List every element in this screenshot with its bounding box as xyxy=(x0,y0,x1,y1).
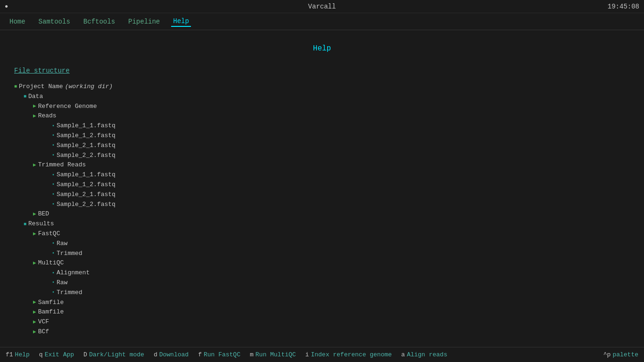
data-label: Data xyxy=(28,92,43,102)
leaf-dot-icon: • xyxy=(52,123,55,130)
leaf-dot-icon: • xyxy=(52,142,55,149)
trimmed-file-3: Sample_2_1.fastq xyxy=(57,190,116,200)
results-branch: ■ Results ▶ FastQC • Raw • Trimmed xyxy=(14,219,630,337)
status-run-fastqc: f Run FastQC xyxy=(198,351,240,358)
multiqc-raw-label: Raw xyxy=(57,278,67,288)
list-item: • Sample_2_1.fastq xyxy=(52,190,630,200)
reads-file-4: Sample_2_2.fastq xyxy=(57,151,116,161)
reads-node: ▶ Reads • Sample_1_1.fastq • Sample_1_2.… xyxy=(24,111,630,160)
root-dot-icon: ■ xyxy=(14,83,17,90)
bed-label: BED xyxy=(38,209,49,219)
status-key-f1: f1 xyxy=(6,351,13,358)
multiqc-trimmed-label: Trimmed xyxy=(57,288,83,298)
status-download: d Download xyxy=(154,351,189,358)
list-item: • Sample_1_2.fastq xyxy=(52,131,630,141)
status-label-exit: Exit App xyxy=(45,351,74,358)
bed-node: ▶ BED xyxy=(24,209,630,219)
status-bar: f1 Help q Exit App D Dark/Light mode d D… xyxy=(0,347,644,362)
status-exit: q Exit App xyxy=(39,351,74,358)
list-item: • Sample_2_1.fastq xyxy=(52,141,630,151)
leaf-dot-icon: • xyxy=(52,279,55,287)
status-palette: ^p palette xyxy=(603,351,638,358)
reference-genome-arrow-icon: ▶ xyxy=(33,102,36,111)
status-label-index-genome: Index reference genome xyxy=(311,351,392,358)
leaf-dot-icon: • xyxy=(52,240,55,247)
fastqc-raw-label: Raw xyxy=(57,239,67,249)
bamfile-label: Bamfile xyxy=(38,307,64,317)
tree-root: ■ Project Name (working dir) xyxy=(14,82,630,92)
multiqc-arrow-icon: ▶ xyxy=(33,259,36,268)
bed-arrow-icon: ▶ xyxy=(33,210,36,219)
list-item: • Sample_2_2.fastq xyxy=(52,200,630,210)
status-key-m: m xyxy=(250,351,254,358)
list-item: • Alignment xyxy=(52,268,630,278)
status-align-reads: a Align reads xyxy=(401,351,447,358)
status-label-run-fastqc: Run FastQC xyxy=(204,351,240,358)
status-key-d-upper: D xyxy=(83,351,87,358)
menu-item-bcftools[interactable]: Bcftools xyxy=(82,17,117,26)
reads-file-3: Sample_2_1.fastq xyxy=(57,141,116,151)
status-label-help: Help xyxy=(15,351,30,358)
page-title: Help xyxy=(14,44,630,53)
trimmed-reads-arrow-icon: ▶ xyxy=(33,161,36,170)
status-key-a: a xyxy=(401,351,405,358)
leaf-dot-icon: • xyxy=(52,132,55,140)
samfile-node: ▶ Samfile xyxy=(24,298,630,308)
menu-item-help[interactable]: Help xyxy=(171,16,191,27)
list-item: • Sample_1_1.fastq xyxy=(52,121,630,131)
reads-label: Reads xyxy=(38,111,57,121)
list-item: • Sample_1_2.fastq xyxy=(52,180,630,190)
menu-item-samtools[interactable]: Samtools xyxy=(37,17,72,26)
leaf-dot-icon: • xyxy=(52,191,55,198)
fastqc-arrow-icon: ▶ xyxy=(33,230,36,239)
trimmed-reads-node: ▶ Trimmed Reads • Sample_1_1.fastq • Sam… xyxy=(24,160,630,209)
bcf-label: BCf xyxy=(38,327,49,337)
list-item: • Raw xyxy=(52,239,630,249)
samfile-arrow-icon: ▶ xyxy=(33,298,36,307)
leaf-dot-icon: • xyxy=(52,201,55,208)
status-help: f1 Help xyxy=(6,351,30,358)
list-item: • Sample_2_2.fastq xyxy=(52,151,630,161)
data-dot-icon: ■ xyxy=(24,93,26,100)
status-label-run-multiqc: Run MultiQC xyxy=(256,351,296,358)
leaf-dot-icon: • xyxy=(52,289,55,296)
bamfile-arrow-icon: ▶ xyxy=(33,308,36,317)
trimmed-reads-children: • Sample_1_1.fastq • Sample_1_2.fastq • … xyxy=(33,170,630,209)
file-structure-link[interactable]: File structure xyxy=(14,67,630,74)
multiqc-alignment-label: Alignment xyxy=(57,268,90,278)
reads-children: • Sample_1_1.fastq • Sample_1_2.fastq • … xyxy=(33,121,630,160)
results-label: Results xyxy=(28,219,54,229)
list-item: • Raw xyxy=(52,278,630,288)
results-node: ■ Results xyxy=(24,219,630,229)
leaf-dot-icon: • xyxy=(52,181,55,189)
trimmed-file-1: Sample_1_1.fastq xyxy=(57,170,116,180)
results-dot-icon: ■ xyxy=(24,221,26,228)
menu-item-home[interactable]: Home xyxy=(8,17,27,26)
status-index-genome: i Index reference genome xyxy=(305,351,392,358)
fastqc-children: • Raw • Trimmed xyxy=(33,239,630,259)
fastqc-node: ▶ FastQC • Raw • Trimmed xyxy=(24,229,630,258)
leaf-dot-icon: • xyxy=(52,172,55,179)
list-item: • Sample_1_1.fastq xyxy=(52,170,630,180)
fastqc-label: FastQC xyxy=(38,229,60,239)
list-item: • Trimmed xyxy=(52,249,630,259)
status-key-palette: ^p xyxy=(603,351,611,358)
data-branch: ■ Data ▶ Reference Genome ▶ Reads • xyxy=(14,92,630,219)
samfile-label: Samfile xyxy=(38,298,64,308)
trimmed-file-4: Sample_2_2.fastq xyxy=(57,200,116,210)
multiqc-children: • Alignment • Raw • Trimmed xyxy=(33,268,630,297)
status-key-f: f xyxy=(198,351,202,358)
reference-genome-node: ▶ Reference Genome xyxy=(24,102,630,112)
main-content: Help File structure ■ Project Name (work… xyxy=(0,30,644,347)
reads-file-1: Sample_1_1.fastq xyxy=(57,121,116,131)
reference-genome-label: Reference Genome xyxy=(38,102,97,112)
multiqc-label: MultiQC xyxy=(38,258,64,268)
bcf-node: ▶ BCf xyxy=(24,327,630,337)
vcf-node: ▶ VCF xyxy=(24,317,630,327)
status-key-q: q xyxy=(39,351,43,358)
status-key-d-lower: d xyxy=(154,351,157,358)
reads-arrow-icon: ▶ xyxy=(33,112,36,121)
leaf-dot-icon: • xyxy=(52,270,55,277)
status-run-multiqc: m Run MultiQC xyxy=(250,351,296,358)
menu-item-pipeline[interactable]: Pipeline xyxy=(126,17,162,26)
